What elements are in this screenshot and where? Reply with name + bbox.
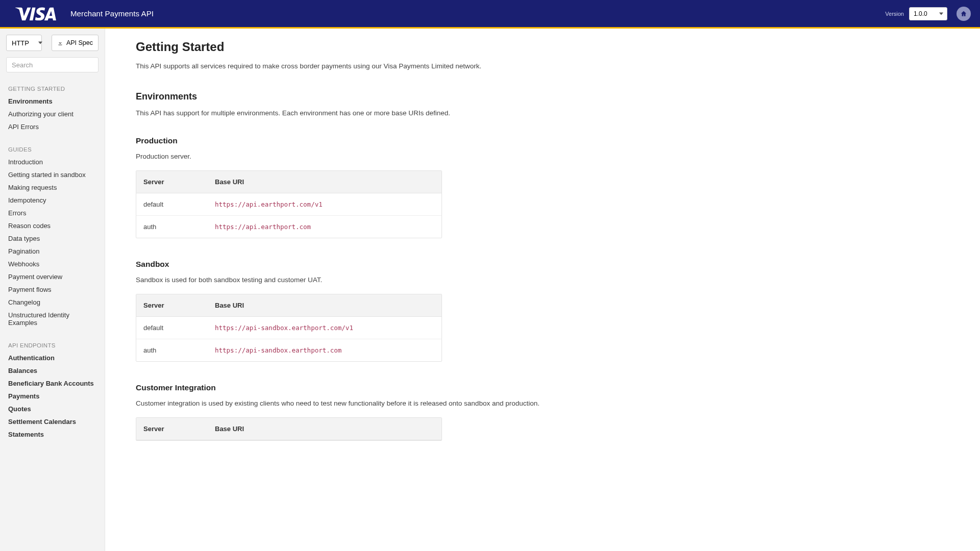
- server-table: ServerBase URIdefaulthttps://api.earthpo…: [136, 170, 442, 238]
- table-row: defaulthttps://api-sandbox.earthport.com…: [136, 317, 442, 339]
- col-base-uri: Base URI: [208, 171, 442, 193]
- cell-uri: https://api.earthport.com: [208, 215, 442, 238]
- cell-server: auth: [136, 339, 208, 361]
- download-icon: [57, 40, 63, 46]
- sidebar-item[interactable]: Authentication: [0, 352, 105, 364]
- sidebar-nav: Getting StartedEnvironmentsAuthorizing y…: [0, 72, 105, 441]
- server-table: ServerBase URI: [136, 417, 442, 441]
- sidebar-item[interactable]: Environments: [0, 95, 105, 108]
- sidebar: HTTP API Spec Getting StartedEnvironment…: [0, 29, 105, 551]
- sidebar-item[interactable]: Beneficiary Bank Accounts: [0, 377, 105, 390]
- sidebar-item[interactable]: API Errors: [0, 120, 105, 133]
- app-header: Merchant Payments API Version 1.0.0: [0, 0, 980, 27]
- home-icon[interactable]: [957, 7, 971, 21]
- cell-server: default: [136, 317, 208, 339]
- sidebar-item[interactable]: Authorizing your client: [0, 108, 105, 120]
- sidebar-item[interactable]: Getting started in sandbox: [0, 168, 105, 181]
- sidebar-item[interactable]: Payment flows: [0, 283, 105, 296]
- server-table: ServerBase URIdefaulthttps://api-sandbox…: [136, 294, 442, 362]
- sidebar-section-title: Guides: [0, 133, 105, 156]
- sidebar-item[interactable]: Webhooks: [0, 258, 105, 270]
- col-server: Server: [136, 294, 208, 317]
- cell-uri: https://api.earthport.com/v1: [208, 193, 442, 215]
- sidebar-item[interactable]: Settlement Calendars: [0, 415, 105, 428]
- version-label: Version: [885, 11, 904, 17]
- brand-logo: [15, 7, 56, 20]
- sidebar-item[interactable]: Changelog: [0, 296, 105, 309]
- api-title: Merchant Payments API: [70, 9, 154, 18]
- sidebar-item[interactable]: Balances: [0, 364, 105, 377]
- col-server: Server: [136, 418, 208, 440]
- environments-text: This API has support for multiple enviro…: [136, 108, 646, 119]
- table-row: authhttps://api-sandbox.earthport.com: [136, 339, 442, 361]
- environment-heading: Customer Integration: [136, 383, 646, 392]
- environment-desc: Customer integration is used by existing…: [136, 398, 646, 409]
- sidebar-item[interactable]: Payment overview: [0, 270, 105, 283]
- table-row: defaulthttps://api.earthport.com/v1: [136, 193, 442, 215]
- sidebar-item[interactable]: Data types: [0, 232, 105, 245]
- environment-heading: Production: [136, 136, 646, 145]
- environment-heading: Sandbox: [136, 260, 646, 269]
- sidebar-item[interactable]: Unstructured Identity Examples: [0, 309, 105, 329]
- sidebar-item[interactable]: Statements: [0, 428, 105, 441]
- api-spec-label: API Spec: [66, 39, 93, 46]
- sidebar-section-title: Getting Started: [0, 72, 105, 95]
- col-base-uri: Base URI: [208, 418, 442, 440]
- col-server: Server: [136, 171, 208, 193]
- sidebar-item[interactable]: Introduction: [0, 156, 105, 168]
- cell-server: default: [136, 193, 208, 215]
- search-input[interactable]: [6, 57, 99, 72]
- page-title: Getting Started: [136, 40, 646, 54]
- protocol-select[interactable]: HTTP: [6, 35, 42, 51]
- sidebar-item[interactable]: Reason codes: [0, 219, 105, 232]
- table-row: authhttps://api.earthport.com: [136, 215, 442, 238]
- cell-server: auth: [136, 215, 208, 238]
- environments-heading: Environments: [136, 91, 646, 102]
- main-content: Getting Started This API supports all se…: [105, 29, 667, 551]
- cell-uri: https://api-sandbox.earthport.com/v1: [208, 317, 442, 339]
- sidebar-item[interactable]: Pagination: [0, 245, 105, 258]
- sidebar-item[interactable]: Idempotency: [0, 194, 105, 207]
- cell-uri: https://api-sandbox.earthport.com: [208, 339, 442, 361]
- intro-text: This API supports all services required …: [136, 61, 646, 72]
- sidebar-section-title: API Endpoints: [0, 329, 105, 352]
- header-right: Version 1.0.0: [885, 7, 971, 21]
- environment-desc: Sandbox is used for both sandbox testing…: [136, 275, 646, 286]
- sidebar-item[interactable]: Making requests: [0, 181, 105, 194]
- version-select[interactable]: 1.0.0: [909, 7, 947, 20]
- sidebar-item[interactable]: Quotes: [0, 403, 105, 415]
- sidebar-item[interactable]: Errors: [0, 207, 105, 219]
- col-base-uri: Base URI: [208, 294, 442, 317]
- sidebar-item[interactable]: Payments: [0, 390, 105, 403]
- api-spec-button[interactable]: API Spec: [52, 35, 99, 51]
- environment-desc: Production server.: [136, 152, 646, 162]
